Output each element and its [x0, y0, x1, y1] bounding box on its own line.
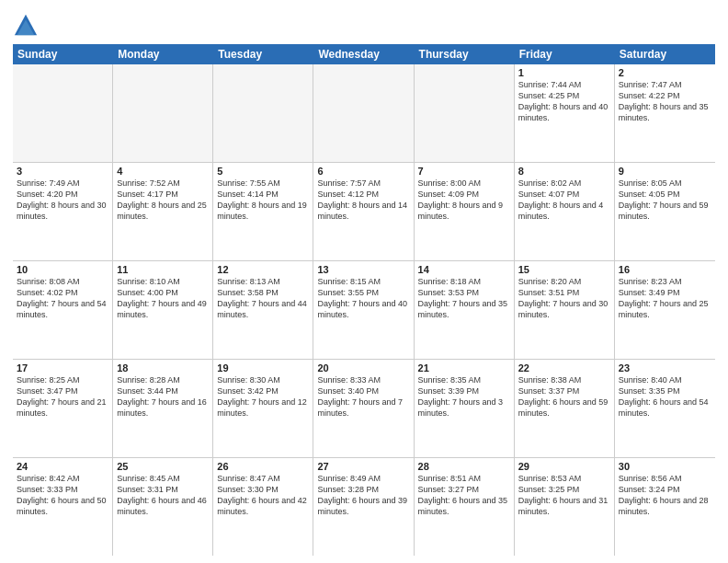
day-number: 10	[17, 264, 108, 275]
calendar-cell-empty	[13, 64, 113, 162]
calendar-cell: 5Sunrise: 7:55 AM Sunset: 4:14 PM Daylig…	[213, 163, 313, 260]
calendar-cell: 4Sunrise: 7:52 AM Sunset: 4:17 PM Daylig…	[113, 163, 213, 260]
calendar-cell: 10Sunrise: 8:08 AM Sunset: 4:02 PM Dayli…	[13, 261, 113, 359]
calendar-cell: 18Sunrise: 8:28 AM Sunset: 3:44 PM Dayli…	[113, 360, 213, 457]
calendar-cell: 26Sunrise: 8:47 AM Sunset: 3:30 PM Dayli…	[213, 458, 313, 556]
cell-info: Sunrise: 8:49 AM Sunset: 3:28 PM Dayligh…	[317, 473, 409, 518]
calendar-cell-empty	[313, 64, 414, 162]
calendar-week: 10Sunrise: 8:08 AM Sunset: 4:02 PM Dayli…	[13, 261, 715, 360]
day-number: 9	[619, 166, 711, 177]
calendar-cell: 7Sunrise: 8:00 AM Sunset: 4:09 PM Daylig…	[415, 163, 515, 260]
day-number: 18	[117, 362, 209, 373]
cell-info: Sunrise: 8:02 AM Sunset: 4:07 PM Dayligh…	[518, 178, 610, 223]
cell-info: Sunrise: 8:56 AM Sunset: 3:24 PM Dayligh…	[619, 473, 711, 518]
day-number: 7	[418, 166, 510, 177]
calendar-header-cell: Wednesday	[313, 44, 414, 64]
calendar-cell: 12Sunrise: 8:13 AM Sunset: 3:58 PM Dayli…	[213, 261, 313, 359]
day-number: 19	[217, 362, 309, 373]
day-number: 25	[117, 461, 209, 472]
calendar-week: 17Sunrise: 8:25 AM Sunset: 3:47 PM Dayli…	[13, 360, 715, 458]
day-number: 5	[217, 166, 309, 177]
cell-info: Sunrise: 8:08 AM Sunset: 4:02 PM Dayligh…	[17, 276, 108, 321]
calendar-cell-empty	[113, 64, 213, 162]
day-number: 23	[619, 362, 711, 373]
calendar-cell: 1Sunrise: 7:44 AM Sunset: 4:25 PM Daylig…	[515, 64, 615, 162]
calendar-cell: 24Sunrise: 8:42 AM Sunset: 3:33 PM Dayli…	[13, 458, 113, 556]
calendar-cell: 19Sunrise: 8:30 AM Sunset: 3:42 PM Dayli…	[213, 360, 313, 457]
cell-info: Sunrise: 8:40 AM Sunset: 3:35 PM Dayligh…	[619, 374, 711, 419]
cell-info: Sunrise: 8:20 AM Sunset: 3:51 PM Dayligh…	[518, 276, 610, 321]
calendar-header-cell: Tuesday	[213, 44, 313, 64]
cell-info: Sunrise: 7:49 AM Sunset: 4:20 PM Dayligh…	[17, 178, 108, 223]
calendar-body: 1Sunrise: 7:44 AM Sunset: 4:25 PM Daylig…	[13, 64, 715, 556]
cell-info: Sunrise: 8:38 AM Sunset: 3:37 PM Dayligh…	[518, 374, 610, 419]
calendar-cell: 27Sunrise: 8:49 AM Sunset: 3:28 PM Dayli…	[313, 458, 414, 556]
calendar-week: 3Sunrise: 7:49 AM Sunset: 4:20 PM Daylig…	[13, 163, 715, 261]
cell-info: Sunrise: 8:30 AM Sunset: 3:42 PM Dayligh…	[217, 374, 309, 419]
day-number: 8	[518, 166, 610, 177]
header	[13, 9, 715, 39]
cell-info: Sunrise: 8:45 AM Sunset: 3:31 PM Dayligh…	[117, 473, 209, 518]
cell-info: Sunrise: 8:47 AM Sunset: 3:30 PM Dayligh…	[217, 473, 309, 518]
calendar-header-cell: Saturday	[615, 44, 715, 64]
cell-info: Sunrise: 8:25 AM Sunset: 3:47 PM Dayligh…	[17, 374, 108, 419]
day-number: 29	[518, 461, 610, 472]
day-number: 22	[518, 362, 610, 373]
logo	[13, 13, 42, 39]
cell-info: Sunrise: 8:00 AM Sunset: 4:09 PM Dayligh…	[418, 178, 510, 223]
day-number: 15	[518, 264, 610, 275]
day-number: 21	[418, 362, 510, 373]
day-number: 17	[17, 362, 108, 373]
calendar-cell: 16Sunrise: 8:23 AM Sunset: 3:49 PM Dayli…	[615, 261, 715, 359]
cell-info: Sunrise: 8:13 AM Sunset: 3:58 PM Dayligh…	[217, 276, 309, 321]
calendar-cell: 23Sunrise: 8:40 AM Sunset: 3:35 PM Dayli…	[615, 360, 715, 457]
day-number: 1	[518, 67, 610, 78]
calendar-cell: 20Sunrise: 8:33 AM Sunset: 3:40 PM Dayli…	[313, 360, 414, 457]
calendar-cell: 15Sunrise: 8:20 AM Sunset: 3:51 PM Dayli…	[515, 261, 615, 359]
calendar-cell-empty	[415, 64, 515, 162]
day-number: 14	[418, 264, 510, 275]
calendar-cell: 8Sunrise: 8:02 AM Sunset: 4:07 PM Daylig…	[515, 163, 615, 260]
calendar-cell: 11Sunrise: 8:10 AM Sunset: 4:00 PM Dayli…	[113, 261, 213, 359]
calendar-cell-empty	[213, 64, 313, 162]
cell-info: Sunrise: 8:51 AM Sunset: 3:27 PM Dayligh…	[418, 473, 510, 518]
day-number: 11	[117, 264, 209, 275]
day-number: 2	[619, 67, 711, 78]
calendar-cell: 21Sunrise: 8:35 AM Sunset: 3:39 PM Dayli…	[415, 360, 515, 457]
logo-icon	[13, 13, 39, 39]
day-number: 26	[217, 461, 309, 472]
cell-info: Sunrise: 8:18 AM Sunset: 3:53 PM Dayligh…	[418, 276, 510, 321]
cell-info: Sunrise: 8:53 AM Sunset: 3:25 PM Dayligh…	[518, 473, 610, 518]
page: SundayMondayTuesdayWednesdayThursdayFrid…	[0, 0, 728, 563]
cell-info: Sunrise: 8:35 AM Sunset: 3:39 PM Dayligh…	[418, 374, 510, 419]
calendar-cell: 17Sunrise: 8:25 AM Sunset: 3:47 PM Dayli…	[13, 360, 113, 457]
cell-info: Sunrise: 7:57 AM Sunset: 4:12 PM Dayligh…	[317, 178, 409, 223]
calendar-header-cell: Thursday	[415, 44, 515, 64]
day-number: 30	[619, 461, 711, 472]
day-number: 3	[17, 166, 108, 177]
cell-info: Sunrise: 7:52 AM Sunset: 4:17 PM Dayligh…	[117, 178, 209, 223]
calendar-cell: 2Sunrise: 7:47 AM Sunset: 4:22 PM Daylig…	[615, 64, 715, 162]
cell-info: Sunrise: 8:05 AM Sunset: 4:05 PM Dayligh…	[619, 178, 711, 223]
calendar-cell: 14Sunrise: 8:18 AM Sunset: 3:53 PM Dayli…	[415, 261, 515, 359]
calendar-cell: 25Sunrise: 8:45 AM Sunset: 3:31 PM Dayli…	[113, 458, 213, 556]
cell-info: Sunrise: 8:15 AM Sunset: 3:55 PM Dayligh…	[317, 276, 409, 321]
calendar-header-cell: Monday	[113, 44, 213, 64]
calendar-cell: 13Sunrise: 8:15 AM Sunset: 3:55 PM Dayli…	[313, 261, 414, 359]
calendar-header-row: SundayMondayTuesdayWednesdayThursdayFrid…	[13, 44, 715, 64]
day-number: 27	[317, 461, 409, 472]
calendar-cell: 29Sunrise: 8:53 AM Sunset: 3:25 PM Dayli…	[515, 458, 615, 556]
calendar-week: 24Sunrise: 8:42 AM Sunset: 3:33 PM Dayli…	[13, 458, 715, 556]
cell-info: Sunrise: 8:28 AM Sunset: 3:44 PM Dayligh…	[117, 374, 209, 419]
cell-info: Sunrise: 7:47 AM Sunset: 4:22 PM Dayligh…	[619, 79, 711, 124]
calendar-cell: 28Sunrise: 8:51 AM Sunset: 3:27 PM Dayli…	[415, 458, 515, 556]
calendar-week: 1Sunrise: 7:44 AM Sunset: 4:25 PM Daylig…	[13, 64, 715, 163]
calendar: SundayMondayTuesdayWednesdayThursdayFrid…	[13, 44, 715, 556]
calendar-cell: 22Sunrise: 8:38 AM Sunset: 3:37 PM Dayli…	[515, 360, 615, 457]
day-number: 13	[317, 264, 409, 275]
day-number: 28	[418, 461, 510, 472]
day-number: 12	[217, 264, 309, 275]
calendar-cell: 30Sunrise: 8:56 AM Sunset: 3:24 PM Dayli…	[615, 458, 715, 556]
calendar-header-cell: Sunday	[13, 44, 113, 64]
calendar-cell: 6Sunrise: 7:57 AM Sunset: 4:12 PM Daylig…	[313, 163, 414, 260]
